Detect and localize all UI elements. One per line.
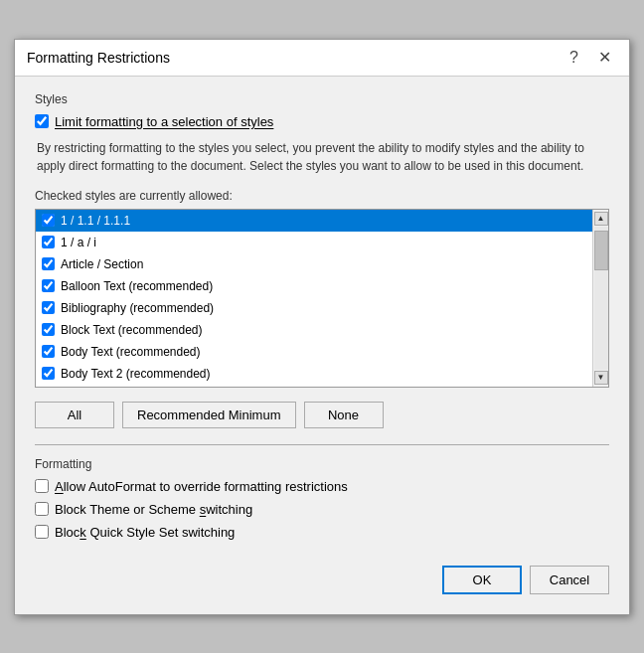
style-checkbox-6[interactable] — [42, 323, 55, 336]
style-checkbox-1[interactable] — [42, 214, 55, 227]
ok-button[interactable]: OK — [442, 566, 522, 594]
style-item-8[interactable]: Body Text 2 (recommended) — [36, 363, 592, 385]
style-item-6[interactable]: Block Text (recommended) — [36, 319, 592, 341]
style-item-4[interactable]: Balloon Text (recommended) — [36, 275, 592, 297]
block-quick-style-row: Block Quick Style Set switching — [35, 525, 609, 540]
footer-buttons: OK Cancel — [35, 556, 609, 598]
block-theme-checkbox[interactable] — [35, 502, 49, 516]
style-label-7: Body Text (recommended) — [61, 345, 201, 359]
none-button[interactable]: None — [304, 402, 384, 428]
styles-section: Checked styles are currently allowed: 1 … — [35, 189, 609, 388]
autoformat-checkbox[interactable] — [35, 479, 49, 493]
style-checkbox-7[interactable] — [42, 345, 55, 358]
style-item-2[interactable]: 1 / a / i — [36, 232, 592, 253]
style-label-1: 1 / 1.1 / 1.1.1 — [61, 214, 130, 228]
style-label-3: Article / Section — [61, 257, 143, 271]
style-checkbox-5[interactable] — [42, 301, 55, 314]
style-checkbox-2[interactable] — [42, 236, 55, 248]
style-label-5: Bibliography (recommended) — [61, 301, 214, 315]
dialog-title: Formatting Restrictions — [27, 50, 170, 66]
style-item-9[interactable]: Body Text 3 (recommended) — [36, 385, 592, 387]
checked-styles-label: Checked styles are currently allowed: — [35, 189, 609, 203]
close-button[interactable]: ✕ — [592, 48, 617, 68]
section-divider — [35, 444, 609, 445]
styles-section-label: Styles — [35, 92, 609, 106]
style-item-7[interactable]: Body Text (recommended) — [36, 341, 592, 363]
style-checkbox-8[interactable] — [42, 367, 55, 380]
scroll-thumb[interactable] — [594, 231, 608, 270]
autoformat-row: Allow AutoFormat to override formatting … — [35, 479, 609, 494]
scrollbar[interactable]: ▲ ▼ — [592, 210, 608, 387]
block-theme-label: Block Theme or Scheme switching — [55, 502, 252, 517]
description-text: By restricting formatting to the styles … — [35, 139, 609, 175]
style-item-1[interactable]: 1 / 1.1 / 1.1.1 — [36, 210, 592, 232]
styles-listbox[interactable]: 1 / 1.1 / 1.1.1 1 / a / i Article / Sect… — [36, 210, 592, 387]
title-bar: Formatting Restrictions ? ✕ — [15, 40, 629, 77]
scroll-up-arrow[interactable]: ▲ — [594, 212, 608, 226]
recommended-minimum-button[interactable]: Recommended Minimum — [122, 402, 296, 428]
scroll-track[interactable] — [594, 227, 608, 370]
block-quick-style-checkbox[interactable] — [35, 525, 49, 539]
limit-formatting-checkbox[interactable] — [35, 114, 49, 128]
all-button[interactable]: All — [35, 402, 114, 428]
help-button[interactable]: ? — [564, 48, 584, 68]
style-item-3[interactable]: Article / Section — [36, 253, 592, 275]
title-bar-right: ? ✕ — [564, 48, 617, 68]
style-label-6: Block Text (recommended) — [61, 323, 203, 337]
style-label-2: 1 / a / i — [61, 236, 96, 249]
style-checkbox-3[interactable] — [42, 257, 55, 270]
block-theme-row: Block Theme or Scheme switching — [35, 502, 609, 517]
formatting-restrictions-dialog: Formatting Restrictions ? ✕ Styles Limit… — [14, 39, 630, 615]
style-item-5[interactable]: Bibliography (recommended) — [36, 297, 592, 319]
action-buttons-row: All Recommended Minimum None — [35, 402, 609, 428]
title-bar-left: Formatting Restrictions — [27, 50, 170, 66]
autoformat-label: Allow AutoFormat to override formatting … — [55, 479, 348, 494]
style-checkbox-4[interactable] — [42, 279, 55, 292]
formatting-section: Formatting Allow AutoFormat to override … — [35, 457, 609, 540]
limit-formatting-label[interactable]: Limit formatting to a selection of style… — [55, 114, 273, 129]
style-label-8: Body Text 2 (recommended) — [61, 367, 211, 381]
block-quick-style-label: Block Quick Style Set switching — [55, 525, 235, 540]
scroll-down-arrow[interactable]: ▼ — [594, 371, 608, 385]
style-label-4: Balloon Text (recommended) — [61, 279, 213, 293]
dialog-content: Styles Limit formatting to a selection o… — [15, 77, 629, 614]
limit-formatting-row: Limit formatting to a selection of style… — [35, 114, 609, 129]
cancel-button[interactable]: Cancel — [530, 566, 609, 594]
styles-listbox-container: 1 / 1.1 / 1.1.1 1 / a / i Article / Sect… — [35, 209, 609, 388]
formatting-section-label: Formatting — [35, 457, 609, 471]
